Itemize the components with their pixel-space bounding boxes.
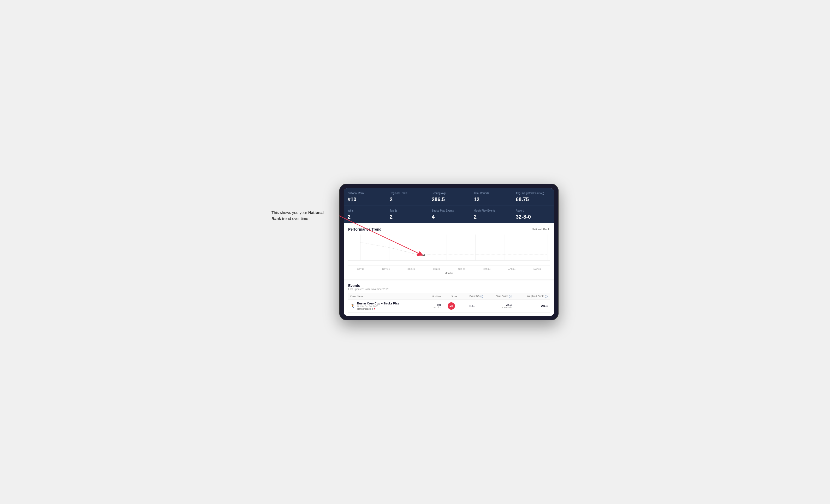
chart-area: #10 [348,235,550,266]
position-value: 6th out of 7 [427,303,441,309]
stat-total-rounds-label: Total Rounds [474,192,508,195]
performance-trend-section: Performance Trend National Rank [344,223,554,279]
stat-match-play-label: Match Play Events [474,209,508,212]
total-points-info-icon[interactable]: i [509,295,512,298]
chart-x-axis-title: Months [348,271,550,277]
event-cell-wrapper: 🏌️ Buster Cozy Cup – Stroke Play Oct 9 -… [350,302,422,310]
weighted-points-info-icon[interactable]: i [545,295,548,298]
stat-match-play-events: Match Play Events 2 [470,206,512,223]
stat-avg-weighted-label: Avg. Weighted Points i [516,192,550,195]
stat-top3s-label: Top 3s [390,209,424,212]
annotation-text: This shows you your National Rank trend … [272,210,329,222]
score-cell: -22 [443,300,459,312]
performance-chart-svg: #10 [348,235,550,266]
performance-header: Performance Trend National Rank [348,227,550,231]
stats-row-1: National Rank #10 Regional Rank 2 Scorin… [344,188,554,206]
total-points-value: 28.3 3 Rounds [487,303,512,309]
stat-match-play-value: 2 [474,214,508,220]
stat-avg-weighted-points: Avg. Weighted Points i 68.75 [512,188,554,206]
events-title: Events [348,283,550,288]
col-score: Score [443,293,459,300]
event-golf-icon: 🏌️ [350,303,355,308]
events-table: Event Name Position Score Event SG i Tot… [348,293,550,312]
stat-regional-rank-value: 2 [390,196,424,202]
rounds-sub: 3 Rounds [487,306,512,309]
stat-stroke-play-events: Stroke Play Events 4 [428,206,470,223]
stat-record-value: 32-8-0 [516,214,550,220]
event-sg-info-icon[interactable]: i [480,295,483,298]
x-label-dec23: DEC 23 [398,268,424,270]
stat-wins: Wins 2 [344,206,386,223]
stats-row-2: Wins 2 Top 3s 2 Stroke Play Events 4 Mat… [344,206,554,223]
chart-x-labels: OCT 23 NOV 23 DEC 23 JAN 24 FEB 24 MAR 2… [348,267,550,271]
x-label-mar24: MAR 24 [474,268,500,270]
weighted-points-cell: 28.3 [514,300,550,312]
tablet-screen: National Rank #10 Regional Rank 2 Scorin… [344,188,554,315]
performance-title: Performance Trend [348,227,382,231]
col-event-sg: Event SG i [459,293,485,300]
stat-stroke-play-label: Stroke Play Events [432,209,466,212]
event-sg-value: 0.45 [461,304,483,308]
col-event-name: Event Name [348,293,425,300]
stat-total-rounds-value: 12 [474,196,508,202]
event-name: Buster Cozy Cup – Stroke Play [357,302,399,305]
svg-text:#10: #10 [421,254,425,257]
stat-wins-label: Wins [348,209,382,212]
weighted-points-value: 28.3 [516,304,548,308]
stat-national-rank: National Rank #10 [344,188,386,206]
chart-data-point [417,254,419,256]
total-points-cell: 28.3 3 Rounds [485,300,514,312]
annotation-block: This shows you your National Rank trend … [272,210,329,222]
events-table-header-row: Event Name Position Score Event SG i Tot… [348,293,550,300]
stat-record: Record 32-8-0 [512,206,554,223]
rank-impact-arrow-icon: ▼ [374,308,376,310]
stat-national-rank-value: #10 [348,196,382,202]
stat-scoring-avg: Scoring Avg. 286.5 [428,188,470,206]
table-row: 🏌️ Buster Cozy Cup – Stroke Play Oct 9 -… [348,300,550,312]
score-badge: -22 [448,302,455,310]
stat-national-rank-label: National Rank [348,192,382,195]
performance-axis-label: National Rank [532,228,550,231]
stat-record-label: Record [516,209,550,212]
event-name-cell: 🏌️ Buster Cozy Cup – Stroke Play Oct 9 -… [348,300,425,312]
stat-scoring-avg-label: Scoring Avg. [432,192,466,195]
position-cell: 6th out of 7 [425,300,443,312]
events-last-updated: Last updated: 24th November 2023 [348,288,550,291]
x-label-jan24: JAN 24 [424,268,449,270]
stat-stroke-play-value: 4 [432,214,466,220]
x-label-feb24: FEB 24 [449,268,474,270]
x-label-may24: MAY 24 [524,268,550,270]
col-total-points: Total Points i [485,293,514,300]
position-sub: out of 7 [427,306,441,309]
events-section: Events Last updated: 24th November 2023 … [344,279,554,315]
stat-wins-value: 2 [348,214,382,220]
x-label-nov23: NOV 23 [374,268,399,270]
col-weighted-points: Weighted Points i [514,293,550,300]
stat-total-rounds: Total Rounds 12 [470,188,512,206]
x-label-apr24: APR 24 [499,268,524,270]
annotation-bold: National Rank [272,210,324,221]
stat-avg-weighted-value: 68.75 [516,196,550,202]
col-position: Position [425,293,443,300]
stat-top3s: Top 3s 2 [386,206,428,223]
tablet-frame: National Rank #10 Regional Rank 2 Scorin… [339,183,558,320]
x-label-oct23: OCT 23 [348,268,374,270]
stat-top3s-value: 2 [390,214,424,220]
event-info: Buster Cozy Cup – Stroke Play Oct 9 - Oc… [357,302,399,310]
rank-impact: Rank Impact: 3 ▼ [357,308,399,310]
stat-regional-rank-label: Regional Rank [390,192,424,195]
stat-regional-rank: Regional Rank 2 [386,188,428,206]
event-sg-cell: 0.45 [459,300,485,312]
stat-scoring-avg-value: 286.5 [432,196,466,202]
avg-weighted-info-icon[interactable]: i [541,192,544,195]
event-date: Oct 9 - Oct 10, 2023 [357,305,399,308]
